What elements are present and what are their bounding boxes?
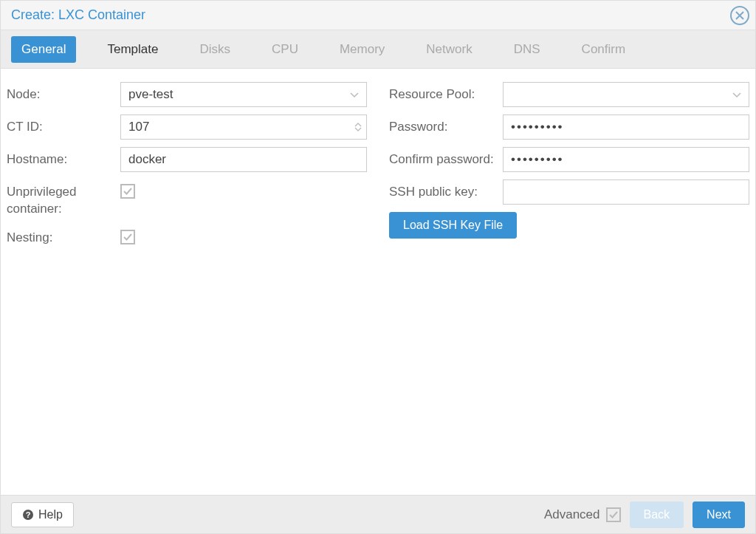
chevron-down-icon xyxy=(732,87,741,102)
unprivileged-label: Unprivileged container: xyxy=(7,179,120,218)
tab-confirm: Confirm xyxy=(571,36,636,63)
load-ssh-key-button[interactable]: Load SSH Key File xyxy=(389,212,517,239)
field-resource-pool: Resource Pool: xyxy=(389,82,749,107)
help-button[interactable]: ? Help xyxy=(11,502,74,527)
ctid-value: 107 xyxy=(128,120,359,134)
tab-disks: Disks xyxy=(189,36,241,63)
dialog-title: Create: LXC Container xyxy=(11,7,145,23)
confirm-password-input[interactable] xyxy=(503,147,749,172)
field-hostname: Hostname: xyxy=(7,147,367,172)
node-label: Node: xyxy=(7,82,120,103)
tab-network: Network xyxy=(416,36,482,63)
checkmark-icon xyxy=(123,186,133,196)
nesting-label: Nesting: xyxy=(7,225,120,247)
tab-dns: DNS xyxy=(504,36,551,63)
confirm-password-label: Confirm password: xyxy=(389,147,503,168)
next-button[interactable]: Next xyxy=(693,502,745,528)
resource-pool-label: Resource Pool: xyxy=(389,82,503,103)
chevron-down-icon xyxy=(350,87,359,102)
ssh-key-label: SSH public key: xyxy=(389,179,503,201)
form-body: Node: pve-test CT ID: 107 xyxy=(1,69,755,495)
hostname-label: Hostname: xyxy=(7,147,120,168)
back-button[interactable]: Back xyxy=(630,502,684,528)
advanced-toggle[interactable]: Advanced xyxy=(544,507,621,522)
dialog-window: Create: LXC Container General Template D… xyxy=(0,0,756,534)
advanced-checkbox[interactable] xyxy=(606,507,621,522)
ctid-label: CT ID: xyxy=(7,114,120,136)
node-select[interactable]: pve-test xyxy=(120,82,367,107)
left-column: Node: pve-test CT ID: 107 xyxy=(7,82,367,482)
resource-pool-select[interactable] xyxy=(503,82,749,107)
close-icon xyxy=(735,10,745,21)
tab-bar: General Template Disks CPU Memory Networ… xyxy=(1,30,755,69)
field-node: Node: pve-test xyxy=(7,82,367,107)
field-password: Password: xyxy=(389,114,749,140)
footer: ? Help Advanced Back Next xyxy=(1,495,755,533)
close-button[interactable] xyxy=(730,6,749,25)
checkmark-icon xyxy=(608,510,619,520)
field-ctid: CT ID: 107 xyxy=(7,114,367,140)
nesting-checkbox[interactable] xyxy=(120,230,135,244)
tab-memory: Memory xyxy=(329,36,395,63)
field-load-ssh: Load SSH Key File xyxy=(389,212,749,239)
advanced-label: Advanced xyxy=(544,507,600,522)
tab-general[interactable]: General xyxy=(11,36,76,63)
help-icon: ? xyxy=(22,509,34,521)
tab-cpu: CPU xyxy=(261,36,309,63)
ssh-key-input[interactable] xyxy=(503,179,749,205)
ctid-spinner[interactable]: 107 xyxy=(120,114,367,140)
hostname-input[interactable] xyxy=(120,147,367,172)
tab-template[interactable]: Template xyxy=(97,36,168,63)
password-input[interactable] xyxy=(503,114,749,140)
checkmark-icon xyxy=(123,232,133,242)
footer-right: Advanced Back Next xyxy=(544,502,745,528)
titlebar: Create: LXC Container xyxy=(1,1,755,30)
password-label: Password: xyxy=(389,114,503,136)
svg-text:?: ? xyxy=(26,510,31,519)
spinner-arrows-icon xyxy=(354,123,362,131)
right-column: Resource Pool: Password: Confir xyxy=(389,82,749,482)
help-label: Help xyxy=(38,508,63,521)
field-ssh-key: SSH public key: xyxy=(389,179,749,205)
unprivileged-checkbox[interactable] xyxy=(120,184,135,199)
field-confirm-password: Confirm password: xyxy=(389,147,749,172)
node-value: pve-test xyxy=(128,87,173,102)
field-nesting: Nesting: xyxy=(7,225,367,247)
field-unprivileged: Unprivileged container: xyxy=(7,179,367,218)
